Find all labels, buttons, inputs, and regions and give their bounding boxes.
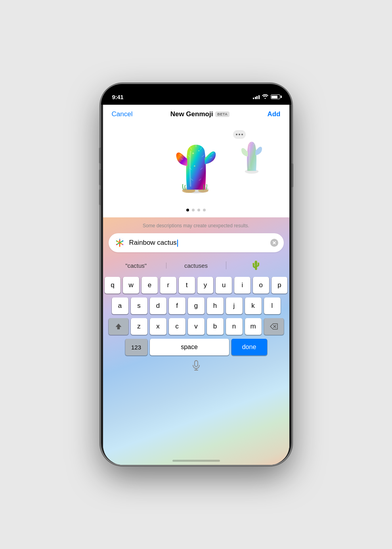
svg-point-27	[119, 239, 120, 240]
svg-point-17	[198, 150, 199, 151]
key-r[interactable]: r	[160, 277, 176, 294]
svg-point-29	[116, 244, 117, 245]
key-v[interactable]: v	[188, 318, 205, 335]
shift-key[interactable]	[109, 318, 128, 335]
key-c[interactable]: c	[169, 318, 185, 335]
svg-point-32	[122, 240, 123, 242]
numbers-key[interactable]: 123	[125, 339, 147, 355]
content-area: Some descriptions may create unexpected …	[103, 122, 289, 465]
disclaimer-text: Some descriptions may create unexpected …	[127, 217, 265, 233]
nav-bar: Cancel New Genmoji BETA Add	[103, 105, 289, 122]
svg-point-28	[122, 244, 123, 245]
key-i[interactable]: i	[234, 277, 250, 294]
keyboard: q w e r t y u i o p a s	[103, 274, 289, 357]
key-a[interactable]: a	[112, 298, 128, 314]
key-n[interactable]: n	[226, 318, 243, 335]
nav-title: New Genmoji BETA	[170, 110, 230, 118]
clear-button[interactable]	[270, 239, 278, 247]
key-row-4: 123 space done	[105, 339, 288, 355]
key-p[interactable]: p	[272, 277, 288, 294]
emoji-carousel	[103, 126, 289, 205]
page-dot-3[interactable]	[197, 209, 200, 211]
autocomplete-bar: "cactus" cactuses 🌵	[103, 256, 289, 274]
cancel-button[interactable]: Cancel	[112, 110, 133, 118]
autocomplete-item-3[interactable]: 🌵	[226, 259, 286, 272]
key-y[interactable]: y	[197, 277, 214, 294]
svg-point-16	[192, 152, 194, 154]
key-b[interactable]: b	[207, 318, 224, 335]
key-row-2: a s d f g h j k l	[105, 298, 288, 314]
space-key[interactable]: space	[150, 339, 229, 355]
key-f[interactable]: f	[169, 298, 185, 314]
search-container: Rainbow cactus	[109, 233, 284, 252]
bottom-bar	[103, 357, 289, 376]
key-t[interactable]: t	[179, 277, 195, 294]
key-u[interactable]: u	[216, 277, 232, 294]
page-dot-1[interactable]	[186, 209, 189, 211]
text-cursor	[177, 240, 178, 247]
page-dot-2[interactable]	[192, 209, 195, 211]
key-w[interactable]: w	[123, 277, 139, 294]
keyboard-area: Some descriptions may create unexpected …	[103, 217, 289, 465]
screen: Cancel New Genmoji BETA Add	[103, 105, 289, 465]
key-m[interactable]: m	[245, 318, 262, 335]
svg-point-18	[194, 165, 195, 167]
status-time: 9:41	[112, 94, 124, 100]
page-dot-4[interactable]	[203, 209, 206, 211]
key-l[interactable]: l	[264, 298, 281, 314]
add-button[interactable]: Add	[267, 110, 280, 118]
emoji-display-area	[103, 122, 289, 217]
key-x[interactable]: x	[150, 318, 166, 335]
key-row-1: q w e r t y u i o p	[105, 277, 288, 294]
phone-shell: 9:41 Cancel	[101, 84, 291, 465]
home-indicator	[172, 460, 220, 462]
page-dots	[186, 209, 206, 211]
key-j[interactable]: j	[226, 298, 243, 314]
status-icons	[253, 94, 280, 100]
nav-title-wrap: New Genmoji BETA	[170, 110, 230, 118]
key-e[interactable]: e	[142, 277, 158, 294]
autocomplete-item-2[interactable]: cactuses	[166, 261, 226, 271]
key-h[interactable]: h	[207, 298, 224, 314]
dynamic-island	[178, 88, 214, 98]
emoji-secondary-item[interactable]	[234, 134, 273, 182]
key-o[interactable]: o	[253, 277, 269, 294]
search-input-wrap: Rainbow cactus	[109, 233, 284, 252]
wifi-icon	[262, 94, 268, 100]
key-d[interactable]: d	[150, 298, 166, 314]
search-input-text[interactable]: Rainbow cactus	[129, 239, 266, 247]
status-bar: 9:41	[101, 84, 291, 105]
battery-icon	[271, 94, 280, 99]
key-z[interactable]: z	[131, 318, 147, 335]
key-k[interactable]: k	[245, 298, 262, 314]
emoji-main-item[interactable]	[163, 132, 230, 200]
key-row-3: z x c v b n m	[105, 318, 288, 335]
autocomplete-item-1[interactable]: "cactus"	[106, 261, 166, 271]
genmoji-icon	[114, 237, 125, 248]
backspace-key[interactable]	[264, 318, 284, 335]
beta-badge: BETA	[215, 111, 229, 117]
svg-point-31	[116, 240, 117, 242]
signal-bars-icon	[253, 94, 260, 99]
mic-button[interactable]	[192, 360, 201, 372]
done-key[interactable]: done	[231, 339, 267, 355]
key-g[interactable]: g	[188, 298, 205, 314]
key-s[interactable]: s	[131, 298, 147, 314]
svg-point-30	[119, 246, 120, 247]
key-q[interactable]: q	[105, 277, 121, 294]
svg-rect-35	[195, 361, 198, 367]
